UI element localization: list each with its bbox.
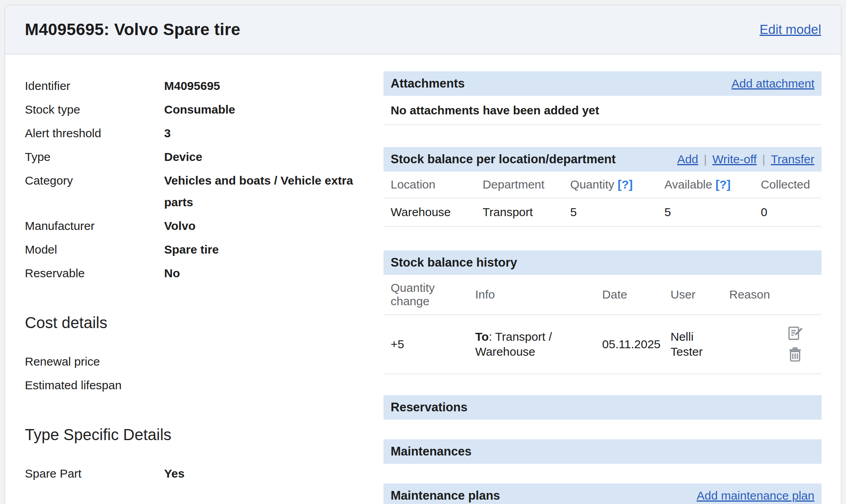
field-value: No bbox=[164, 262, 180, 284]
field-alert-threshold: Alert threshold 3 bbox=[25, 122, 384, 144]
field-label: Model bbox=[25, 239, 164, 260]
cell-collected: 0 bbox=[754, 198, 822, 226]
field-reservable: Reservable No bbox=[25, 262, 384, 284]
col-reason: Reason bbox=[722, 275, 822, 315]
stock-write-off-link[interactable]: Write-off bbox=[712, 153, 756, 166]
maintenances-title: Maintenances bbox=[391, 444, 472, 459]
sections-panel: Attachments Add attachment No attachment… bbox=[384, 54, 822, 504]
field-label: Type bbox=[25, 146, 164, 168]
cell-user: Nelli Tester bbox=[663, 315, 722, 374]
asset-detail-card: M4095695: Volvo Spare tire Edit model Id… bbox=[5, 5, 841, 504]
maintenance-plans-header: Maintenance plans Add maintenance plan bbox=[384, 483, 822, 504]
attachments-header: Attachments Add attachment bbox=[384, 71, 822, 96]
cell-quantity-change: +5 bbox=[384, 315, 468, 374]
cell-quantity: 5 bbox=[563, 198, 657, 226]
maintenance-plans-title: Maintenance plans bbox=[391, 489, 500, 503]
field-value: Spare tire bbox=[164, 239, 219, 260]
field-label: Identifier bbox=[25, 75, 164, 97]
edit-model-link[interactable]: Edit model bbox=[760, 22, 821, 37]
delete-icon[interactable] bbox=[786, 346, 804, 364]
info-prefix: To bbox=[475, 330, 489, 343]
cell-date: 05.11.2025 bbox=[595, 315, 663, 374]
table-row: Warehouse Transport 5 5 0 bbox=[384, 198, 822, 226]
add-maintenance-plan-link[interactable]: Add maintenance plan bbox=[696, 489, 814, 502]
cell-available: 5 bbox=[657, 198, 754, 226]
quantity-help-link[interactable]: [?] bbox=[618, 178, 633, 191]
spacer bbox=[384, 227, 822, 250]
col-user: User bbox=[663, 275, 722, 315]
cell-department: Transport bbox=[475, 198, 563, 226]
card-body: Identifier M4095695 Stock type Consumabl… bbox=[5, 54, 841, 504]
col-location: Location bbox=[384, 172, 475, 198]
col-available-label: Available bbox=[664, 178, 712, 191]
field-label: Spare Part bbox=[25, 463, 164, 484]
field-value: Vehicles and boats / Vehicle extra parts bbox=[164, 170, 354, 213]
history-title: Stock balance history bbox=[391, 256, 517, 270]
link-separator: | bbox=[704, 153, 707, 166]
field-value: Consumable bbox=[164, 99, 235, 120]
type-specific-heading: Type Specific Details bbox=[25, 426, 384, 444]
field-model: Model Spare tire bbox=[25, 239, 384, 260]
cell-reason bbox=[722, 315, 822, 374]
field-label: Stock type bbox=[25, 99, 164, 120]
field-manufacturer: Manufacturer Volvo bbox=[25, 215, 384, 237]
history-header-row: Quantity change Info Date User Reason bbox=[384, 275, 822, 315]
stock-balance-title: Stock balance per location/department bbox=[391, 152, 616, 166]
cost-details-heading: Cost details bbox=[25, 314, 384, 332]
col-info: Info bbox=[468, 275, 595, 315]
field-value: Yes bbox=[164, 463, 185, 484]
col-department: Department bbox=[475, 172, 563, 198]
attachments-title: Attachments bbox=[391, 77, 465, 91]
field-estimated-lifespan: Estimated lifespan bbox=[25, 374, 384, 396]
field-stock-type: Stock type Consumable bbox=[25, 99, 384, 120]
field-value: Device bbox=[164, 146, 202, 168]
stock-balance-header-row: Location Department Quantity [?] Availab… bbox=[384, 172, 822, 198]
spacer bbox=[384, 374, 822, 395]
spacer bbox=[384, 464, 822, 483]
page-title: M4095695: Volvo Spare tire bbox=[25, 20, 240, 39]
stock-balance-table: Location Department Quantity [?] Availab… bbox=[384, 172, 822, 227]
history-table: Quantity change Info Date User Reason +5… bbox=[384, 275, 822, 374]
field-type: Type Device bbox=[25, 146, 384, 168]
field-label: Category bbox=[25, 170, 164, 213]
field-renewal-price: Renewal price bbox=[25, 351, 384, 372]
field-category: Category Vehicles and boats / Vehicle ex… bbox=[25, 170, 384, 213]
link-separator: | bbox=[762, 153, 766, 166]
field-label: Manufacturer bbox=[25, 215, 164, 237]
cell-location: Warehouse bbox=[384, 198, 475, 226]
details-panel: Identifier M4095695 Stock type Consumabl… bbox=[25, 54, 384, 504]
field-label: Reservable bbox=[25, 262, 164, 284]
col-collected: Collected bbox=[754, 172, 822, 198]
available-help-link[interactable]: [?] bbox=[715, 178, 730, 191]
history-header: Stock balance history bbox=[384, 250, 822, 275]
stock-add-link[interactable]: Add bbox=[677, 153, 698, 166]
col-quantity: Quantity [?] bbox=[563, 172, 657, 198]
reservations-title: Reservations bbox=[391, 400, 468, 414]
spacer bbox=[384, 125, 822, 147]
field-value: Volvo bbox=[164, 215, 195, 237]
add-attachment-link[interactable]: Add attachment bbox=[732, 77, 814, 90]
field-label: Alert threshold bbox=[25, 122, 164, 144]
card-header: M4095695: Volvo Spare tire Edit model bbox=[5, 5, 841, 54]
col-available: Available [?] bbox=[657, 172, 754, 198]
edit-icon[interactable] bbox=[786, 325, 804, 343]
field-spare-part: Spare Part Yes bbox=[25, 463, 384, 484]
field-value: 3 bbox=[164, 122, 171, 144]
reservations-header: Reservations bbox=[384, 395, 822, 420]
stock-balance-header: Stock balance per location/department Ad… bbox=[384, 147, 822, 172]
col-quantity-label: Quantity bbox=[570, 178, 614, 191]
spacer bbox=[384, 420, 822, 439]
stock-transfer-link[interactable]: Transfer bbox=[771, 153, 814, 166]
field-label: Estimated lifespan bbox=[25, 374, 164, 396]
field-identifier: Identifier M4095695 bbox=[25, 75, 384, 97]
table-row: +5 To: Transport / Warehouse 05.11.2025 … bbox=[384, 315, 822, 374]
col-quantity-change: Quantity change bbox=[384, 275, 468, 315]
col-date: Date bbox=[595, 275, 663, 315]
maintenances-header: Maintenances bbox=[384, 439, 822, 464]
attachments-empty-text: No attachments have been added yet bbox=[384, 96, 822, 125]
field-value: M4095695 bbox=[164, 75, 220, 97]
cell-info: To: Transport / Warehouse bbox=[468, 315, 595, 374]
field-label: Renewal price bbox=[25, 351, 164, 372]
